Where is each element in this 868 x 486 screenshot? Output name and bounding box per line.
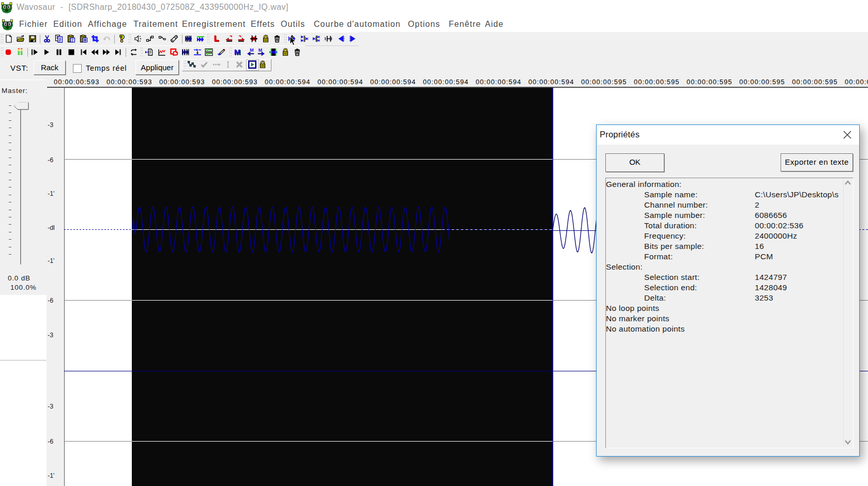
svg-text:M: M: [234, 48, 241, 56]
svg-text:?: ?: [120, 35, 125, 43]
svg-text:M: M: [250, 48, 254, 53]
